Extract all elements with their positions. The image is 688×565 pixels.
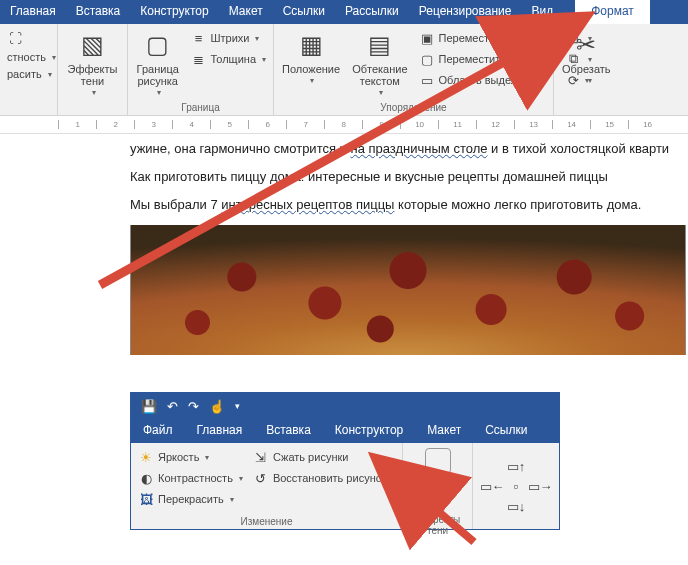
selection-pane-icon: ▭ [419, 72, 435, 88]
document-body[interactable]: ужине, она гармонично смотрится и на пра… [0, 134, 688, 355]
redo-icon[interactable]: ↷ [188, 399, 199, 414]
wrap-text-label: Обтекание текстом [352, 63, 407, 87]
crop-label: Обрезать [562, 63, 611, 75]
tab-format[interactable]: Формат [575, 0, 650, 24]
tab2-layout[interactable]: Макет [415, 419, 473, 443]
brightness-label: Яркость [158, 451, 199, 463]
ribbon-tabs-2: Файл Главная Вставка Конструктор Макет С… [131, 419, 559, 443]
group-label-nudge [477, 526, 555, 528]
hatch-button[interactable]: ≡Штрихи [187, 29, 269, 47]
nudge-center-icon: ▫ [508, 478, 524, 494]
compress-label: Сжать рисунки [273, 451, 349, 463]
position-button[interactable]: ▦ Положение [278, 27, 344, 88]
bring-forward-icon: ▣ [419, 30, 435, 46]
doc-paragraph-3: Мы выбрали 7 интересных рецептов пиццы к… [130, 196, 688, 214]
picture-border-button[interactable]: ▢ Граница рисунка [132, 27, 183, 100]
partial-icon-1[interactable]: ⛶ [4, 29, 53, 47]
bring-forward-label: Переместить вперёд [439, 32, 546, 44]
tab-insert[interactable]: Вставка [66, 0, 131, 24]
tab-home[interactable]: Главная [0, 0, 66, 24]
tab-layout[interactable]: Макет [219, 0, 273, 24]
contrast-label: Контрастность [158, 472, 233, 484]
position-label: Положение [282, 63, 340, 75]
group-label-shadow: Эффекты тени [407, 513, 468, 537]
compress-icon: ⇲ [253, 449, 269, 465]
group-label-arrange: Упорядочение [278, 101, 549, 114]
nudge-left-button[interactable]: ▭← [481, 477, 503, 495]
nudge-right-icon: ▭→ [532, 478, 548, 494]
tab2-home[interactable]: Главная [185, 419, 255, 443]
send-backward-icon: ▢ [419, 51, 435, 67]
doc-paragraph-2: Как приготовить пиццу дома: интересные и… [130, 168, 688, 186]
tab-review[interactable]: Рецензирование [409, 0, 522, 24]
tab-design[interactable]: Конструктор [130, 0, 218, 24]
tab2-design[interactable]: Конструктор [323, 419, 415, 443]
tab2-file[interactable]: Файл [131, 419, 185, 443]
shadow-effects-button[interactable]: ▧ Эффекты тени [62, 27, 123, 100]
nudge-up-icon: ▭↑ [508, 458, 524, 474]
compress-pictures-button[interactable]: ⇲Сжать рисунки [250, 448, 390, 466]
group-label-partial [4, 112, 53, 114]
p1c: и в тихой холостяцкой кварти [487, 141, 669, 156]
nudge-center-button[interactable]: ▫ [505, 477, 527, 495]
tab2-references[interactable]: Ссылки [473, 419, 539, 443]
contrast-icon: ◐ [138, 470, 154, 486]
doc-paragraph-1: ужине, она гармонично смотрится и на пра… [130, 140, 688, 158]
p3b: интересных рецептов пиццы [221, 197, 394, 212]
bring-forward-button[interactable]: ▣Переместить вперёд [416, 29, 559, 47]
nudge-down-icon: ▭↓ [508, 498, 524, 514]
recolor-icon: 🖼 [138, 491, 154, 507]
tab-view[interactable]: Вид [521, 0, 563, 24]
group-label-crop [558, 112, 610, 114]
save-icon[interactable]: 💾 [141, 399, 157, 414]
group-label-border: Граница [132, 101, 269, 114]
shadow-effects-icon: ▧ [77, 29, 109, 61]
weight-icon: ≣ [190, 51, 206, 67]
position-icon: ▦ [295, 29, 327, 61]
nudge-down-button[interactable]: ▭↓ [477, 497, 555, 515]
crop-button[interactable]: ✂ Обрезать [558, 27, 615, 88]
p1a: ужине, она гармонично смотрится и [130, 141, 350, 156]
p3c: которые можно легко приготовить дома. [394, 197, 641, 212]
ribbon-2: ☀Яркость ◐Контрастность 🖼Перекрасить ⇲Сж… [131, 443, 559, 529]
second-window: 💾 ↶ ↷ ☝ ▾ Файл Главная Вставка Конструкт… [130, 392, 560, 530]
recolor-label: Перекрасить [158, 493, 224, 505]
nudge-right-button[interactable]: ▭→ [529, 477, 551, 495]
crop-tool-icon: ✂ [570, 29, 602, 61]
hatch-label: Штрихи [210, 32, 249, 44]
brightness-button[interactable]: ☀Яркость [135, 448, 246, 466]
p1b: на праздничным столе [350, 141, 487, 156]
weight-button[interactable]: ≣Толщина [187, 50, 269, 68]
brightness-icon: ☀ [138, 449, 154, 465]
p3a: Мы выбрали 7 [130, 197, 221, 212]
undo-icon[interactable]: ↶ [167, 399, 178, 414]
horizontal-ruler[interactable]: 12345678910111213141516 [0, 116, 688, 134]
wrap-text-button[interactable]: ▤ Обтекание текстом [348, 27, 411, 100]
nudge-up-button[interactable]: ▭↑ [477, 457, 555, 475]
picture-border-icon: ▢ [142, 29, 174, 61]
reset-icon: ↺ [253, 470, 269, 486]
inserted-pizza-image[interactable] [130, 225, 686, 355]
weight-label: Толщина [210, 53, 256, 65]
shadow-effects-button-2[interactable]: Эффекты тени [407, 446, 468, 513]
partial-btn-1[interactable]: стность [4, 50, 53, 64]
ribbon-tabs: Главная Вставка Конструктор Макет Ссылки… [0, 0, 688, 24]
tab-mailings[interactable]: Рассылки [335, 0, 409, 24]
qat-customize-icon[interactable]: ▾ [235, 401, 240, 411]
nudge-left-icon: ▭← [484, 478, 500, 494]
send-backward-button[interactable]: ▢Переместить назад [416, 50, 559, 68]
recolor-button[interactable]: 🖼Перекрасить [135, 490, 246, 508]
reset-picture-button[interactable]: ↺Восстановить рисунок [250, 469, 390, 487]
reset-label: Восстановить рисунок [273, 472, 387, 484]
picture-border-label: Граница рисунка [136, 63, 179, 87]
touch-mode-icon[interactable]: ☝ [209, 399, 225, 414]
tab2-insert[interactable]: Вставка [254, 419, 323, 443]
shadow-effects-label: Эффекты тени [66, 63, 119, 87]
contrast-button[interactable]: ◐Контрастность [135, 469, 246, 487]
selection-pane-button[interactable]: ▭Область выделения [416, 71, 559, 89]
selection-pane-label: Область выделения [439, 74, 542, 86]
crop-icon: ⛶ [7, 30, 23, 46]
partial-btn-2[interactable]: расить [4, 67, 53, 81]
group-label-adjust: Изменение [135, 515, 398, 528]
tab-references[interactable]: Ссылки [273, 0, 335, 24]
